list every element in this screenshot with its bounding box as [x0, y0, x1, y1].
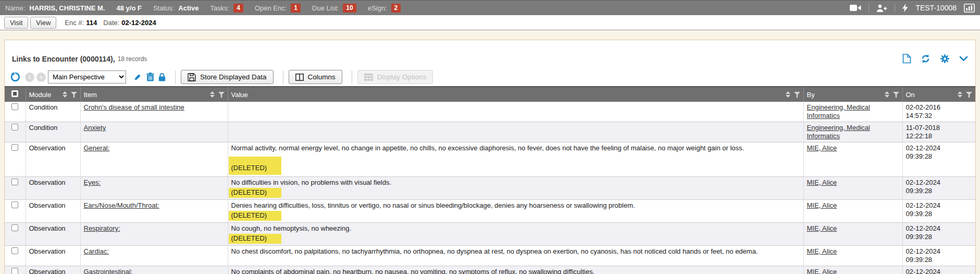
by-link[interactable]: Engineering, Medical Informatics — [807, 103, 870, 120]
by-link[interactable]: Engineering, Medical Informatics — [807, 124, 870, 140]
col-value-label: Value — [231, 91, 248, 99]
sort-icon[interactable] — [885, 91, 889, 98]
name-label: Name: — [5, 4, 25, 12]
row-checkbox[interactable] — [11, 268, 18, 274]
topbar-divider — [895, 4, 895, 12]
sort-icon[interactable] — [63, 91, 67, 98]
table-row: ConditionCrohn's disease of small intest… — [5, 102, 975, 122]
delete-trash-icon[interactable] — [146, 73, 154, 81]
filter-funnel-icon[interactable] — [966, 92, 972, 98]
row-checkbox[interactable] — [11, 247, 18, 254]
filter-funnel-icon[interactable] — [218, 92, 225, 98]
row-checkbox[interactable] — [11, 224, 18, 231]
select-cell — [5, 200, 26, 223]
select-all-checkbox[interactable] — [11, 90, 18, 97]
value-cell — [228, 122, 803, 142]
edit-pencil-icon[interactable] — [133, 73, 142, 81]
item-cell: Cardiac: — [80, 246, 228, 266]
by-cell: MIE, Alice — [803, 142, 902, 177]
columns-button[interactable]: Columns — [289, 70, 342, 84]
row-checkbox[interactable] — [11, 103, 18, 110]
record-count: 18 records — [118, 55, 147, 63]
store-displayed-data-button[interactable]: Store Displayed Data — [181, 70, 274, 84]
sort-icon[interactable] — [958, 91, 962, 98]
sort-icon[interactable] — [786, 91, 790, 98]
deleted-highlight: (DELETED) — [229, 211, 282, 221]
gear-icon[interactable] — [940, 54, 950, 64]
by-link[interactable]: MIE, Alice — [807, 247, 837, 255]
by-link[interactable]: MIE, Alice — [807, 224, 837, 232]
module-cell: Observation — [26, 142, 80, 177]
display-options-button: Display Options — [357, 70, 433, 84]
panel-title-row: Links to Encounter (0000114), 18 records — [5, 40, 975, 68]
by-link[interactable]: MIE, Alice — [807, 201, 837, 209]
value-cell: No cough, no hemoptysis, no wheezing.(DE… — [228, 223, 803, 246]
chevron-down-icon[interactable] — [959, 56, 968, 62]
item-link[interactable]: Crohn's disease of small intestine — [84, 103, 184, 111]
refresh-icon[interactable] — [921, 54, 931, 64]
next-perspective-icon: › — [36, 73, 46, 82]
value-cell: Denies hearing difficulties, loss, tinni… — [228, 200, 803, 223]
on-cell: 02-12-202409:39:28 — [902, 246, 975, 266]
item-link[interactable]: Anxiety — [84, 124, 106, 132]
row-checkbox[interactable] — [11, 201, 18, 208]
item-link[interactable]: Gastrointestinal: — [84, 268, 133, 274]
select-cell — [5, 223, 26, 246]
item-cell: Gastrointestinal: — [80, 266, 228, 274]
enc-number-value: 114 — [86, 19, 97, 27]
item-link[interactable]: General: — [84, 144, 110, 152]
status-label: Status: — [153, 4, 174, 12]
tasks-label: Tasks: — [210, 4, 229, 12]
patient-age-sex: 48 y/o F — [116, 4, 141, 12]
value-cell: No chest discomfort, no palpitations, no… — [228, 246, 803, 266]
reset-undo-icon[interactable] — [10, 72, 21, 82]
patient-header-bar: Name: HARRIS, CHRISTINE M. 48 y/o F Stat… — [0, 0, 980, 15]
visit-tab[interactable]: Visit — [4, 17, 28, 29]
esign-badge[interactable]: 2 — [391, 4, 401, 13]
col-on: On — [902, 87, 975, 102]
select-cell — [5, 177, 26, 200]
by-link[interactable]: MIE, Alice — [807, 268, 837, 274]
item-link[interactable]: Eyes: — [84, 178, 101, 186]
view-tab[interactable]: View — [30, 17, 56, 29]
prev-perspective-icon: ‹ — [25, 73, 34, 82]
add-person-icon[interactable] — [876, 4, 887, 12]
module-cell: Observation — [26, 246, 80, 266]
sort-icon[interactable] — [210, 91, 215, 98]
lock-icon[interactable] — [158, 73, 166, 81]
by-cell: MIE, Alice — [803, 223, 902, 246]
select-all-fill — [13, 92, 17, 96]
select-cell — [5, 142, 26, 177]
lightning-bolt-icon[interactable] — [902, 4, 908, 13]
by-cell: MIE, Alice — [803, 200, 902, 223]
by-link[interactable]: MIE, Alice — [807, 144, 837, 152]
by-link[interactable]: MIE, Alice — [807, 178, 837, 186]
station-id: TEST-10008 — [915, 4, 957, 12]
item-link[interactable]: Cardiac: — [84, 247, 109, 255]
row-checkbox[interactable] — [11, 144, 18, 151]
value-cell — [228, 102, 803, 122]
filter-funnel-icon[interactable] — [794, 92, 800, 98]
enc-date-value: 02-12-2024 — [121, 19, 156, 27]
row-checkbox[interactable] — [11, 178, 18, 185]
by-cell: Engineering, Medical Informatics — [803, 102, 902, 122]
select-cell — [5, 246, 26, 266]
video-call-icon[interactable] — [850, 4, 861, 11]
item-link[interactable]: Respiratory: — [84, 224, 120, 232]
item-link[interactable]: Ears/Nose/Mouth/Throat: — [84, 201, 159, 209]
select-cell — [5, 266, 26, 274]
item-cell: Eyes: — [80, 177, 228, 200]
open-enc-badge[interactable]: 1 — [291, 4, 301, 13]
on-cell: 11-07-201812:22:18 — [902, 122, 975, 142]
tasks-badge[interactable]: 4 — [233, 4, 243, 13]
row-checkbox[interactable] — [11, 124, 18, 130]
perspective-select[interactable]: Main Perspective — [48, 70, 126, 84]
new-document-icon[interactable] — [902, 54, 911, 64]
filter-funnel-icon[interactable] — [71, 92, 77, 98]
on-cell: 02-12-202409:39:28 — [902, 142, 975, 177]
chart-stats-icon[interactable] — [964, 4, 975, 13]
table-row: ConditionAnxietyEngineering, Medical Inf… — [5, 122, 975, 142]
on-cell: 02-12-202409:39:28 — [902, 223, 975, 246]
due-list-badge[interactable]: 10 — [343, 4, 356, 13]
filter-funnel-icon[interactable] — [893, 92, 899, 98]
